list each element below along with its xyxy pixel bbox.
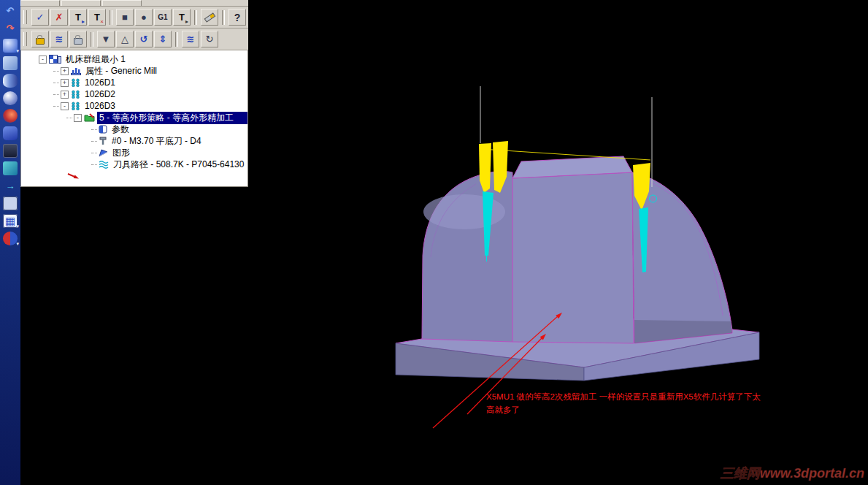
tree-row-group-1026D1[interactable]: + 1026D1	[21, 77, 247, 88]
tree-connector	[91, 141, 97, 142]
expand-box[interactable]: -	[61, 102, 69, 110]
deselect-toolpath-button[interactable]: T×	[88, 9, 106, 26]
toolpath-group-icon	[71, 90, 80, 99]
undo-glyph: ↶	[3, 4, 18, 18]
trim-knife-button[interactable]	[201, 9, 218, 26]
geometry-icon	[99, 148, 108, 157]
accent-arrow-icon: ▸	[185, 19, 188, 25]
toolpath-waves-icon	[99, 160, 109, 169]
expand-box[interactable]: +	[61, 79, 69, 87]
clipped-toolbar-button[interactable]	[61, 0, 101, 7]
regenerate-button[interactable]: ↺	[135, 31, 153, 47]
watermark: 三维网www.3dportal.cn	[720, 466, 864, 481]
tree-row-tool[interactable]: #0 - M3.70 平底刀 - D4	[21, 135, 247, 147]
undo-icon[interactable]: ↶	[3, 4, 18, 18]
tree-item-label: 1026D2	[82, 89, 118, 99]
expand-box[interactable]: +	[61, 91, 69, 99]
top-toolbar-row-1: ✓ ✗ T▸ T× ■ ● G1 T▸ ?	[20, 7, 248, 28]
toolbar-grip[interactable]	[23, 10, 27, 24]
viewport-scene: X5MU1 做的等高2次残留加工 一样的设置只是重新用X5软件几计算了下太 高就…	[248, 0, 868, 485]
cube-icon[interactable]	[3, 161, 18, 175]
tree-row-machine-group[interactable]: - 机床群组最小 1	[21, 53, 247, 65]
left-toolbar-rail: ↶ ↷ ▾ → ▦▾ ▾	[0, 0, 20, 485]
tree-item-label: 图形	[110, 147, 132, 159]
torus-icon[interactable]	[3, 109, 18, 123]
chevron-down-icon: ▾	[16, 241, 19, 247]
tree-item-label: 1026D3	[82, 101, 118, 111]
tree-row-insert-marker[interactable]	[21, 170, 247, 182]
tree-row-geometry[interactable]: 图形	[21, 147, 247, 159]
accent-arrow-icon: ▸	[82, 19, 85, 25]
chevron-down-icon: ▼	[101, 34, 111, 45]
g1-filter-button[interactable]: G1	[154, 9, 172, 26]
shaded-display-button[interactable]: ●	[135, 9, 153, 26]
stock-display-button[interactable]: ■	[116, 9, 134, 26]
dark-panel-icon[interactable]	[3, 144, 18, 158]
g1-icon: G1	[158, 13, 167, 21]
tree-row-group-1026D2[interactable]: + 1026D2	[21, 88, 247, 100]
toolbar-separator	[222, 10, 225, 25]
waves-icon: ≋	[187, 34, 195, 45]
right-dome-face	[632, 172, 732, 343]
lock-button[interactable]	[31, 31, 49, 47]
orbit-button[interactable]: ↻	[201, 31, 218, 47]
expand-box[interactable]: -	[74, 114, 82, 122]
cross-icon: ✗	[55, 12, 64, 23]
grid-glyph: ▦	[3, 214, 18, 228]
machine-group-icon	[49, 55, 61, 64]
tree-row-properties[interactable]: + 属性 - Generic Mill	[21, 65, 247, 77]
tree-item-label: 机床群组最小 1	[64, 53, 128, 66]
tree-row-parameters[interactable]: 参数	[21, 123, 247, 135]
toolpath-waves-button[interactable]: ≋	[50, 31, 68, 47]
mastercam-window: ↶ ↷ ▾ → ▦▾ ▾ ✓ ✗ T▸ T× ■ ● G1	[0, 0, 868, 485]
clipped-toolbar-button[interactable]	[102, 0, 142, 7]
help-button[interactable]: ?	[228, 9, 246, 26]
grid-icon[interactable]: ▦▾	[3, 214, 18, 228]
lock-icon	[74, 38, 82, 45]
sphere-icon[interactable]	[3, 91, 18, 105]
waves-icon: ≋	[55, 34, 64, 45]
toolbar-grip[interactable]	[23, 32, 27, 46]
tree-row-toolpath-file[interactable]: 刀具路径 - 508.7K - P7045-64130	[21, 159, 247, 170]
shaded-sphere-icon[interactable]: ▾	[3, 39, 18, 53]
cylinder-icon[interactable]	[3, 74, 18, 88]
toolbar-separator	[175, 32, 178, 47]
tree-row-operation-5[interactable]: - 5 - 等高外形策略 - 等高外形精加工	[21, 112, 247, 123]
panel-icon[interactable]	[3, 196, 18, 210]
lock-alt-button[interactable]	[69, 31, 87, 47]
selected-operation-label: 5 - 等高外形策略 - 等高外形精加工	[97, 112, 247, 124]
toolpath-arrow-button[interactable]: T▸	[173, 9, 191, 26]
check-icon: ✓	[37, 12, 45, 23]
toolpath-group-icon	[71, 102, 80, 110]
redo-icon[interactable]: ↷	[3, 21, 18, 35]
lock-icon	[36, 38, 45, 45]
waves-button[interactable]: ≋	[182, 31, 199, 47]
flow-arrow-icon[interactable]: →	[3, 179, 18, 193]
verify-select-button[interactable]: ✓	[31, 9, 49, 26]
center-face	[512, 172, 634, 343]
half-pie-icon[interactable]: ▾	[3, 232, 18, 245]
clipped-toolbar-button[interactable]	[20, 0, 60, 7]
operation-folder-icon	[84, 113, 95, 122]
tree-connector	[53, 94, 59, 95]
graphics-viewport[interactable]: X5MU1 做的等高2次残留加工 一样的设置只是重新用X5软件几计算了下太 高就…	[248, 0, 868, 485]
parameters-icon	[99, 125, 107, 134]
plane-icon[interactable]	[3, 56, 18, 70]
reorder-button[interactable]: ⇕	[154, 31, 172, 47]
square-icon: ■	[122, 12, 128, 23]
redo-glyph: ↷	[3, 21, 18, 35]
dropdown-button[interactable]: ▼	[97, 31, 115, 47]
up-down-icon: ⇕	[159, 34, 167, 45]
toolbar-separator	[194, 10, 197, 25]
insert-arrow-icon	[66, 172, 81, 180]
tree-row-group-1026D3[interactable]: - 1026D3	[21, 100, 247, 112]
arrow-glyph: →	[3, 179, 18, 193]
triangle-icon: △	[121, 34, 128, 45]
solid-icon[interactable]	[3, 126, 18, 140]
expand-box[interactable]: +	[61, 67, 69, 75]
expand-box[interactable]: -	[39, 56, 47, 64]
select-toolpath-button[interactable]: T▸	[69, 9, 87, 26]
tree-item-label: #0 - M3.70 平底刀 - D4	[110, 135, 204, 148]
triangle-button[interactable]: △	[116, 31, 134, 47]
verify-clear-button[interactable]: ✗	[50, 9, 68, 26]
